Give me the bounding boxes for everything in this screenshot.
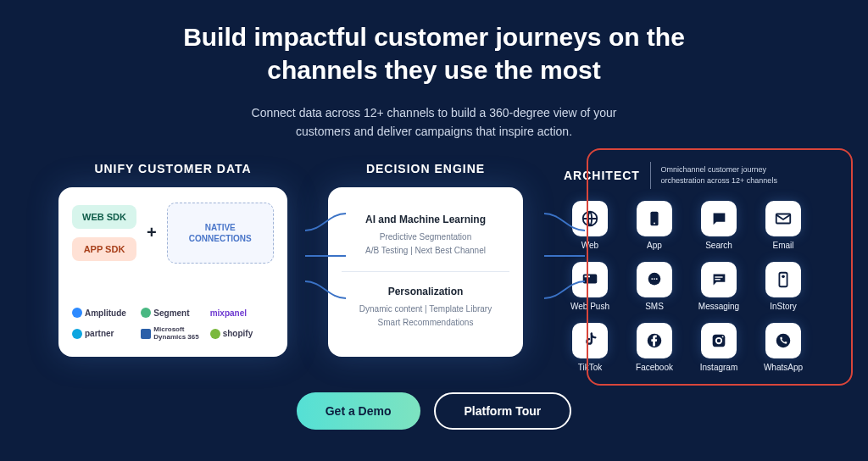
- plus-sign: +: [147, 223, 157, 242]
- pers-line2: Smart Recommendations: [342, 316, 509, 330]
- channel-email: Email: [757, 201, 810, 250]
- ai-line1: Predictive Segmentation: [342, 230, 509, 244]
- channel-messaging: Messaging: [693, 262, 745, 311]
- tiktok-icon: [572, 323, 608, 358]
- svg-point-7: [651, 278, 653, 280]
- svg-rect-10: [715, 276, 722, 277]
- svg-point-8: [654, 278, 655, 280]
- app-sdk-chip: APP SDK: [72, 237, 136, 261]
- web-sdk-chip: WEB SDK: [72, 205, 136, 229]
- architect-divider: [650, 162, 651, 189]
- logo-segment: Segment: [141, 308, 204, 318]
- channel-instory: InStory: [757, 262, 810, 311]
- svg-point-13: [782, 275, 785, 278]
- sms-icon: [637, 262, 672, 297]
- svg-point-18: [776, 334, 791, 348]
- decision-card: AI and Machine Learning Predictive Segme…: [328, 187, 523, 357]
- channel-app: App: [628, 201, 681, 250]
- segment-icon: [141, 308, 151, 318]
- unify-header: UNIFY CUSTOMER DATA: [58, 162, 287, 175]
- channel-search: Search: [693, 201, 745, 250]
- shopify-icon: [210, 329, 220, 339]
- dynamics-icon: [141, 329, 151, 339]
- logo-mixpanel: mixpanel: [210, 308, 274, 318]
- architect-column: ARCHITECT Omnichannel customer journey o…: [564, 162, 810, 372]
- svg-point-17: [722, 336, 724, 337]
- salesforce-icon: [72, 329, 82, 339]
- logo-amplitude: Amplitude: [72, 308, 136, 318]
- instory-icon: [765, 262, 801, 297]
- decision-column: DECISION ENGINE AI and Machine Learning …: [328, 162, 523, 357]
- hero-subtitle: Connect data across 12+ channels to buil…: [0, 103, 868, 142]
- logo-shopify: shopify: [210, 326, 274, 342]
- ai-line2: A/B Testing | Next Best Channel: [342, 244, 509, 258]
- facebook-icon: [637, 323, 672, 358]
- unify-column: UNIFY CUSTOMER DATA WEB SDK APP SDK + NA…: [58, 162, 287, 357]
- connector-lines-right: [544, 197, 585, 315]
- architect-desc: Omnichannel customer journey orchestrati…: [661, 164, 810, 186]
- messaging-icon: [701, 262, 737, 297]
- integration-logos: Amplitude Segment mixpanel partner Micro…: [72, 308, 274, 342]
- whatsapp-icon: [765, 323, 801, 358]
- decision-header: DECISION ENGINE: [328, 162, 523, 175]
- channel-instagram: Instagram: [693, 323, 745, 372]
- platform-tour-button[interactable]: Platform Tour: [434, 392, 572, 430]
- logo-salesforce: partner: [72, 326, 136, 342]
- get-demo-button[interactable]: Get a Demo: [297, 392, 420, 430]
- svg-rect-12: [779, 273, 787, 287]
- pers-title: Personalization: [342, 286, 509, 297]
- svg-rect-5: [585, 275, 590, 277]
- channel-sms: SMS: [628, 262, 681, 311]
- hero-title: Build impactful customer journeys on the…: [0, 20, 868, 86]
- phone-icon: [637, 201, 672, 236]
- architect-title: ARCHITECT: [564, 169, 640, 182]
- instagram-icon: [701, 323, 737, 358]
- logo-dynamics: Microsoft Dynamics 365: [141, 326, 204, 342]
- channel-facebook: Facebook: [628, 323, 681, 372]
- channel-grid: Web App Search Email Web Push SMS Messag…: [564, 201, 810, 372]
- svg-rect-4: [583, 274, 598, 283]
- pers-line1: Dynamic content | Template Library: [342, 303, 509, 316]
- cta-row: Get a Demo Platform Tour: [0, 392, 868, 430]
- svg-point-9: [656, 278, 658, 280]
- unify-card: WEB SDK APP SDK + NATIVE CONNECTIONS Amp…: [58, 187, 287, 357]
- decision-divider: [342, 271, 509, 272]
- channel-whatsapp: WhatsApp: [757, 323, 810, 372]
- native-connections-box: NATIVE CONNECTIONS: [167, 203, 274, 264]
- search-bubble-icon: [701, 201, 737, 236]
- channel-tiktok: TikTok: [564, 323, 616, 372]
- connector-lines-left: [305, 197, 346, 315]
- svg-point-2: [654, 222, 655, 224]
- svg-rect-11: [715, 279, 720, 280]
- ai-title: AI and Machine Learning: [342, 214, 509, 225]
- amplitude-icon: [72, 308, 82, 318]
- email-icon: [765, 201, 801, 236]
